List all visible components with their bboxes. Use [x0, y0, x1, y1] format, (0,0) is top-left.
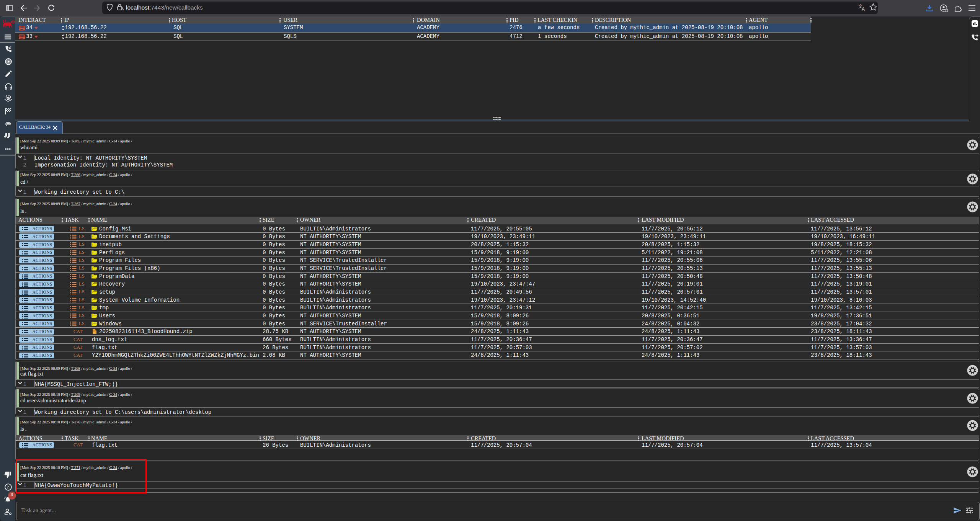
- svg-text:A: A: [862, 7, 865, 11]
- svg-text:?: ?: [7, 484, 9, 490]
